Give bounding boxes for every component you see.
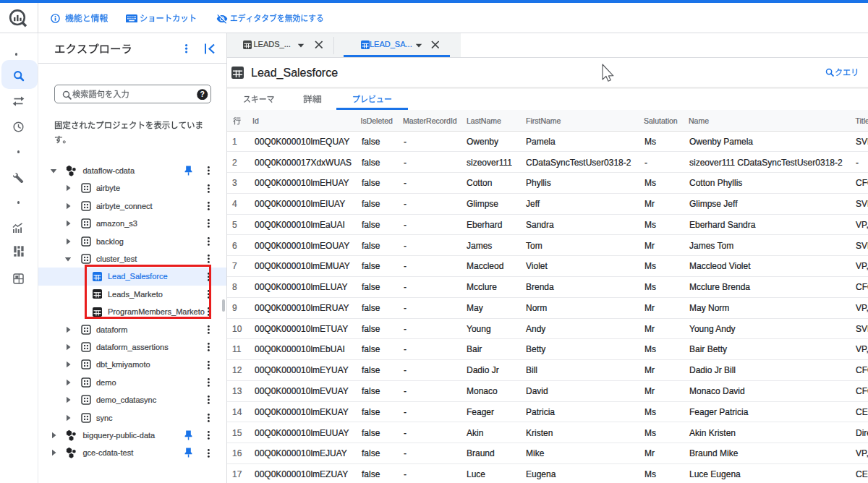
svg-text:?: ?	[200, 90, 205, 98]
